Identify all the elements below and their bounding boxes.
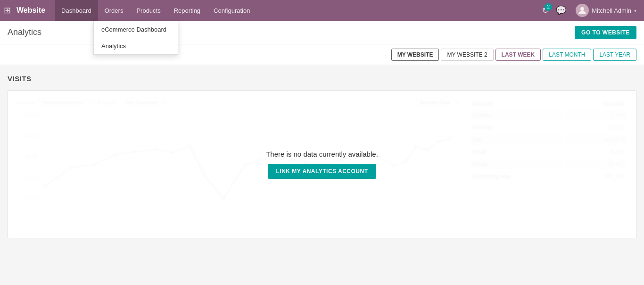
nav-reporting[interactable]: Reporting: [167, 0, 207, 21]
dashboard-dropdown: eCommerce Dashboard Analytics: [93, 21, 178, 55]
nav-orders[interactable]: Orders: [98, 0, 130, 21]
nav-products[interactable]: Products: [130, 0, 167, 21]
go-to-website-button[interactable]: GO TO WEBSITE: [575, 26, 636, 39]
svg-point-0: [580, 7, 584, 11]
chat-icon[interactable]: 💬: [554, 3, 568, 17]
filter-my-website-2[interactable]: MY WEBSITE 2: [441, 49, 493, 61]
main-nav: Dashboard Orders Products Reporting Conf…: [55, 0, 256, 21]
filter-last-year[interactable]: LAST YEAR: [593, 49, 636, 61]
page-title: Analytics: [8, 27, 41, 37]
user-menu[interactable]: Mitchell Admin ▾: [572, 4, 640, 17]
topbar-right: ↻ 2 💬 Mitchell Admin ▾: [540, 3, 640, 17]
filter-last-month[interactable]: LAST MONTH: [543, 49, 591, 61]
filter-my-website[interactable]: MY WEBSITE: [391, 49, 439, 61]
app-name: Website: [17, 6, 45, 15]
no-data-overlay: There is no data currently available. LI…: [8, 91, 636, 238]
notification-badge: 2: [545, 3, 552, 11]
main-content: VISITS There is no data currently availa…: [0, 65, 644, 285]
grid-icon[interactable]: ⊞: [4, 5, 11, 16]
nav-configuration[interactable]: Configuration: [207, 0, 256, 21]
section-title: VISITS: [8, 75, 636, 83]
analytics-card: There is no data currently available. LI…: [8, 90, 636, 238]
filter-last-week[interactable]: LAST WEEK: [495, 49, 541, 61]
link-analytics-button[interactable]: LINK MY ANALYTICS ACCOUNT: [268, 164, 377, 179]
topbar: ⊞ Website Dashboard Orders Products Repo…: [0, 0, 644, 21]
refresh-icon[interactable]: ↻ 2: [540, 4, 550, 17]
user-name: Mitchell Admin: [592, 7, 631, 14]
nav-dashboard[interactable]: Dashboard: [55, 0, 98, 21]
user-chevron: ▾: [634, 8, 636, 13]
dropdown-ecommerce-dashboard[interactable]: eCommerce Dashboard: [94, 21, 178, 38]
dropdown-analytics[interactable]: Analytics: [94, 38, 178, 54]
avatar: [576, 4, 589, 17]
no-data-text: There is no data currently available.: [266, 150, 378, 158]
